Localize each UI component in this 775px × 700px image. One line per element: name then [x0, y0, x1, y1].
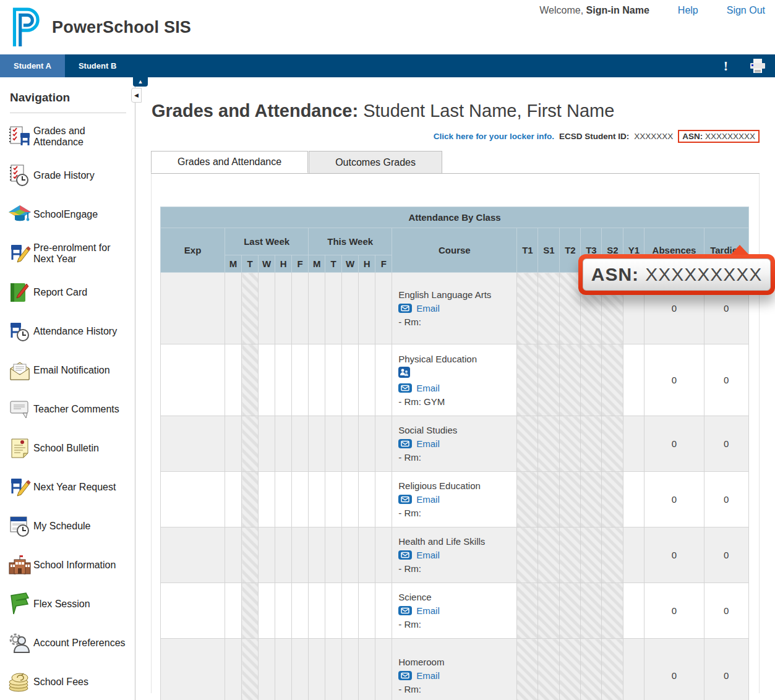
email-teacher-link[interactable]: Email — [416, 605, 440, 616]
day-cell — [375, 472, 392, 527]
collapse-up-icon[interactable]: ▲ — [133, 77, 148, 87]
printer-icon[interactable] — [749, 59, 766, 74]
sidebar-item-report-card[interactable]: Report Card — [0, 273, 135, 312]
day-cell — [259, 472, 275, 527]
day-cell — [292, 527, 309, 583]
sidebar-item-my-schedule[interactable]: My Schedule — [0, 506, 135, 545]
sidebar-item-account-preferences[interactable]: Account Preferences — [0, 623, 135, 662]
col-header-this-week: This Week — [309, 228, 392, 255]
room-label: - Rm: — [398, 452, 512, 463]
term-cell-y1 — [623, 639, 644, 700]
email-icon — [398, 304, 412, 313]
sidebar-item-school-information[interactable]: School Information — [0, 545, 135, 584]
tab-grades-and-attendance[interactable]: Grades and Attendance — [151, 151, 308, 173]
sidebar-item-label: School Bulletin — [33, 443, 99, 454]
sidebar-item-label: Flex Session — [33, 599, 90, 610]
teacher-comments-icon — [6, 399, 33, 420]
day-cell — [309, 527, 325, 583]
term-cell — [517, 583, 538, 639]
email-teacher-link[interactable]: Email — [416, 494, 440, 505]
email-notification-icon — [6, 360, 33, 381]
sidebar-item-label: Grade History — [33, 170, 95, 181]
email-teacher-link[interactable]: Email — [416, 550, 440, 560]
sidebar-item-schoolengage[interactable]: SchoolEngage — [0, 195, 135, 234]
term-cell — [560, 639, 581, 700]
sidebar-item-email-notification[interactable]: Email Notification — [0, 351, 135, 390]
day-cell — [292, 416, 309, 472]
day-header: M — [225, 255, 242, 273]
day-cell — [359, 639, 375, 700]
term-cell — [560, 273, 581, 344]
email-teacher-link[interactable]: Email — [416, 383, 440, 393]
student-tab-b[interactable]: Student B — [65, 54, 130, 77]
term-cell — [602, 344, 623, 416]
day-cell — [225, 639, 242, 700]
room-label: - Rm: — [398, 317, 512, 327]
term-cell — [581, 583, 602, 639]
day-cell — [342, 273, 359, 344]
term-cell — [602, 639, 623, 700]
alert-icon[interactable]: ! — [724, 59, 728, 73]
collapse-left-icon[interactable]: ◀ — [131, 88, 142, 103]
email-icon — [398, 439, 412, 448]
tab-outcomes-grades[interactable]: Outcomes Grades — [309, 151, 442, 173]
day-cell — [342, 583, 359, 639]
signout-link[interactable]: Sign Out — [727, 5, 765, 16]
student-info-line: Click here for your locker info. ECSD St… — [136, 130, 760, 143]
term-cell — [560, 583, 581, 639]
day-header: T — [325, 255, 342, 273]
room-label: - Rm: — [398, 684, 512, 694]
email-teacher-link[interactable]: Email — [416, 438, 440, 449]
email-teacher-link[interactable]: Email — [416, 670, 440, 681]
course-cell: HomeroomEmail- Rm: — [392, 639, 517, 700]
email-icon — [398, 495, 412, 504]
sidebar-item-grade-history[interactable]: Grade History — [0, 156, 135, 195]
locker-info-link[interactable]: Click here for your locker info. — [434, 132, 554, 141]
sidebar-item-school-bulletin[interactable]: School Bulletin — [0, 429, 135, 467]
sidebar-item-attendance-history[interactable]: Attendance History — [0, 312, 135, 351]
help-link[interactable]: Help — [678, 5, 698, 16]
day-cell — [325, 472, 342, 527]
day-cell — [359, 472, 375, 527]
day-cell — [309, 639, 325, 700]
day-cell — [225, 472, 242, 527]
day-cell — [292, 472, 309, 527]
col-header-t1: T1 — [517, 228, 538, 273]
day-cell — [292, 344, 309, 416]
sidebar-item-label: Teacher Comments — [33, 404, 119, 415]
day-cell — [375, 639, 392, 700]
day-cell — [325, 273, 342, 344]
day-cell — [325, 416, 342, 472]
email-teacher-link[interactable]: Email — [416, 303, 440, 314]
sidebar-item-label: School Information — [33, 560, 116, 571]
sidebar-item-label: Report Card — [33, 287, 87, 298]
powerschool-logo: PowerSchool SIS — [0, 7, 191, 47]
powerschool-p-icon — [7, 7, 43, 47]
day-header: F — [292, 255, 309, 273]
student-tab-a[interactable]: Student A — [0, 54, 65, 77]
school-fees-icon — [6, 672, 33, 693]
day-cell — [342, 639, 359, 700]
sidebar-item-grades-and-attendance[interactable]: Grades and Attendance — [0, 117, 135, 156]
day-header: H — [359, 255, 375, 273]
sidebar-item-flex-session[interactable]: Flex Session — [0, 584, 135, 623]
sidebar-item-school-fees[interactable]: School Fees — [0, 662, 135, 700]
absences-value: 0 — [644, 344, 704, 416]
day-header: M — [309, 255, 325, 273]
grades-attendance-icon — [6, 126, 33, 148]
exp-cell — [161, 344, 225, 416]
sidebar-item-pre-enrolment[interactable]: Pre-enrolment for Next Year — [0, 234, 135, 273]
room-label: - Rm: GYM — [398, 396, 512, 407]
day-cell — [342, 416, 359, 472]
term-cell — [560, 416, 581, 472]
sidebar-item-next-year-request[interactable]: Next Year Request — [0, 467, 135, 506]
day-header: W — [342, 255, 359, 273]
term-cell — [517, 344, 538, 416]
day-cell — [359, 416, 375, 472]
course-cell: Physical EducationEmail- Rm: GYM — [392, 344, 517, 416]
tardies-value: 0 — [704, 583, 748, 639]
course-name: Science — [398, 592, 512, 602]
school-bulletin-icon — [6, 437, 33, 459]
col-header-exp: Exp — [161, 228, 225, 273]
sidebar-item-teacher-comments[interactable]: Teacher Comments — [0, 390, 135, 429]
